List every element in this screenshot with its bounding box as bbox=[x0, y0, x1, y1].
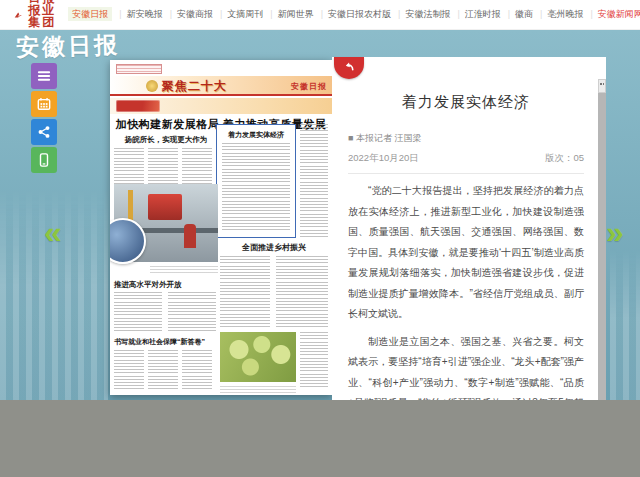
theme-logo-decor bbox=[116, 100, 160, 112]
site-nav: 安徽日报 新安晚报 安徽商报 文摘周刊 新闻世界 安徽日报农村版 安徽法制报 江… bbox=[67, 6, 640, 23]
party-emblem-icon bbox=[146, 80, 158, 92]
nav-item-news-world[interactable]: 新闻世界 bbox=[264, 6, 314, 23]
paper-headline-rural[interactable]: 全面推进乡村振兴 bbox=[220, 242, 328, 253]
text-columns bbox=[148, 350, 178, 390]
top-header: 安徽日报报业集团 ANHUI DAILY PRESS GROUP 安徽日报 新安… bbox=[0, 0, 640, 30]
selected-article-box[interactable]: 着力发展实体经济 bbox=[216, 124, 296, 238]
article-edition: 版次：05 bbox=[545, 152, 584, 165]
text-columns bbox=[182, 350, 212, 390]
nav-item-jianghuai-times[interactable]: 江淮时报 bbox=[451, 6, 501, 23]
nav-item-xinan-evening[interactable]: 新安晚报 bbox=[113, 6, 163, 23]
menu-button[interactable] bbox=[31, 63, 57, 89]
nav-item-anhui-daily[interactable]: 安徽日报 bbox=[67, 6, 113, 23]
photo-caption-lines bbox=[150, 266, 218, 275]
text-columns bbox=[300, 124, 328, 238]
page-thumbnail-strip: « 第02版 第03版 第04版 第05版 第06版 bbox=[0, 400, 640, 477]
nav-item-digest-weekly[interactable]: 文摘周刊 bbox=[214, 6, 264, 23]
nav-item-bozhou-evening[interactable]: 亳州晚报 bbox=[534, 6, 584, 23]
share-button[interactable] bbox=[31, 119, 57, 145]
press-group-logo-icon bbox=[14, 6, 22, 24]
cityscape-right-decor bbox=[610, 250, 640, 400]
nav-item-legal-news[interactable]: 安徽法制报 bbox=[392, 6, 451, 23]
article-scrollbar[interactable] bbox=[598, 79, 606, 400]
scroll-grip-decor bbox=[600, 83, 604, 85]
article-panel: 着力发展实体经济 ■ 本报记者 汪国梁 2022年10月20日 版次：05 “党… bbox=[332, 57, 606, 400]
calendar-icon bbox=[37, 97, 51, 111]
hamburger-icon bbox=[37, 69, 51, 83]
article-byline: ■ 本报记者 汪国梁 bbox=[348, 132, 584, 145]
text-columns bbox=[168, 292, 216, 332]
press-group-title: 安徽日报报业集团 bbox=[28, 0, 67, 28]
text-columns bbox=[220, 256, 270, 328]
paper-banner-title: 聚焦二十大 bbox=[162, 78, 227, 95]
next-page-chevron[interactable]: » bbox=[606, 216, 624, 248]
paper-headline-left[interactable]: 扬皖所长，实现更大作为 bbox=[116, 135, 216, 145]
scrollbar-top-button[interactable] bbox=[598, 79, 606, 93]
paper-theme-band bbox=[110, 98, 332, 114]
newspaper-page[interactable]: 聚焦二十大 安徽日报 加快构建新发展格局 着力推动高质量发展 扬皖所长，实现更大… bbox=[110, 60, 332, 395]
nav-item-anhui-business[interactable]: 安徽商报 bbox=[164, 6, 214, 23]
paper-banner: 聚焦二十大 安徽日报 bbox=[110, 76, 332, 96]
article-paragraph: “党的二十大报告提出，坚持把发展经济的着力点放在实体经济上，推进新型工业化，加快… bbox=[348, 181, 584, 325]
photo-worker-decor bbox=[184, 224, 196, 248]
paper-headline-social[interactable]: 书写就业和社会保障“新答卷” bbox=[114, 337, 205, 347]
nav-item-huishang[interactable]: 徽商 bbox=[502, 6, 534, 23]
phone-icon bbox=[37, 153, 51, 167]
selected-article-box-title[interactable]: 着力发展实体经济 bbox=[217, 130, 295, 140]
article-divider bbox=[348, 173, 584, 174]
article-meta: 2022年10月20日 版次：05 bbox=[348, 152, 584, 165]
paper-masthead-infobox bbox=[116, 64, 162, 74]
article-title: 着力发展实体经济 bbox=[348, 93, 584, 112]
orchard-photo bbox=[220, 332, 296, 382]
text-columns bbox=[222, 143, 290, 232]
photo-caption-lines bbox=[220, 386, 296, 393]
text-columns bbox=[114, 292, 162, 332]
paper-brand: 安徽日报 bbox=[291, 81, 327, 92]
paper-headline-opening[interactable]: 推进高水平对外开放 bbox=[114, 280, 182, 290]
photo-truck-decor bbox=[148, 194, 182, 220]
sidebar-toolbar bbox=[31, 63, 57, 175]
nav-item-anhui-news-net[interactable]: 安徽新闻网 bbox=[584, 6, 640, 23]
previous-page-chevron[interactable]: « bbox=[44, 216, 62, 248]
nav-item-rural-edition[interactable]: 安徽日报农村版 bbox=[315, 6, 392, 23]
mobile-app-button[interactable] bbox=[31, 147, 57, 173]
text-columns bbox=[276, 256, 328, 328]
share-icon bbox=[37, 125, 51, 139]
text-columns bbox=[300, 332, 328, 390]
app-window: 安徽日报报业集团 ANHUI DAILY PRESS GROUP 安徽日报 新安… bbox=[0, 0, 640, 477]
text-columns bbox=[114, 350, 144, 390]
article-date: 2022年10月20日 bbox=[348, 152, 419, 165]
masthead-brand-logo[interactable]: 安徽日报 bbox=[16, 30, 121, 64]
calendar-button[interactable] bbox=[31, 91, 57, 117]
